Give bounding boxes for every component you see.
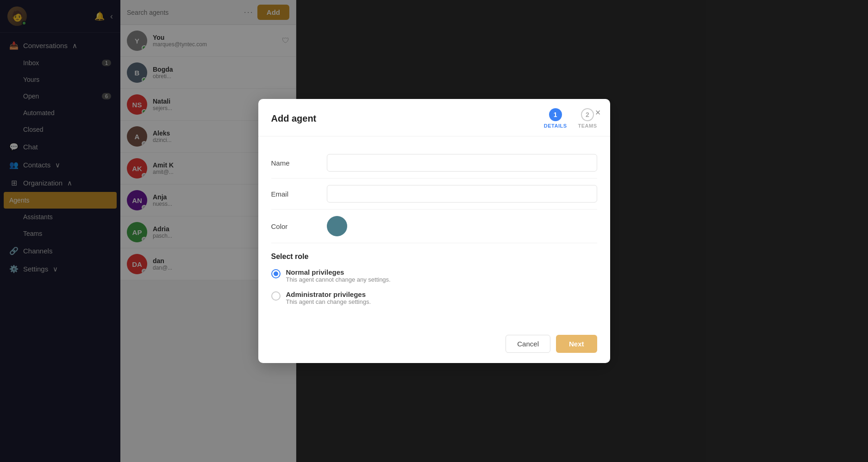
email-row: Email [271,179,597,209]
step-2-circle: 2 [581,108,594,121]
step-1-circle: 1 [549,108,562,121]
color-swatch-button[interactable] [327,216,347,236]
step-1-number: 1 [554,111,557,118]
step-2-number: 2 [586,111,589,118]
step-1[interactable]: 1 DETAILS [544,108,567,129]
step-2-label: TEAMS [578,123,597,129]
select-role-title: Select role [271,253,597,261]
modal-close-button[interactable]: × [595,107,601,118]
role-name-admin: Administrator privileges [286,290,371,298]
role-option-admin[interactable]: Administrator privilegesThis agent can c… [271,290,597,305]
color-label: Color [271,222,318,230]
cancel-button[interactable]: Cancel [506,335,550,353]
name-label: Name [271,159,318,167]
email-label: Email [271,190,318,198]
modal-steps: 1 DETAILS 2 TEAMS [544,108,597,129]
modal-header: Add agent 1 DETAILS 2 TEAMS × [258,99,610,136]
modal-footer: Cancel Next [258,328,610,363]
role-text-admin: Administrator privilegesThis agent can c… [286,290,371,305]
modal-title: Add agent [271,113,317,124]
step-1-label: DETAILS [544,123,567,129]
role-text-normal: Normal privilegesThis agent cannot chang… [286,268,391,283]
name-input[interactable] [327,154,597,172]
step-2[interactable]: 2 TEAMS [578,108,597,129]
color-row: Color [271,209,597,243]
role-radio-admin[interactable] [271,291,281,301]
role-option-normal[interactable]: Normal privilegesThis agent cannot chang… [271,268,597,283]
role-options: Normal privilegesThis agent cannot chang… [271,268,597,305]
role-radio-normal[interactable] [271,269,281,278]
select-role-section: Select role Normal privilegesThis agent … [271,243,597,317]
role-desc-admin: This agent can change settings. [286,298,371,305]
email-input[interactable] [327,185,597,203]
modal-overlay: Add agent 1 DETAILS 2 TEAMS × [0,0,868,462]
modal-body: Name Email Color Select role Normal priv… [258,136,610,328]
next-button[interactable]: Next [556,335,597,353]
add-agent-modal: Add agent 1 DETAILS 2 TEAMS × [258,99,610,363]
name-row: Name [271,148,597,179]
role-name-normal: Normal privileges [286,268,391,276]
role-desc-normal: This agent cannot change any settings. [286,276,391,283]
